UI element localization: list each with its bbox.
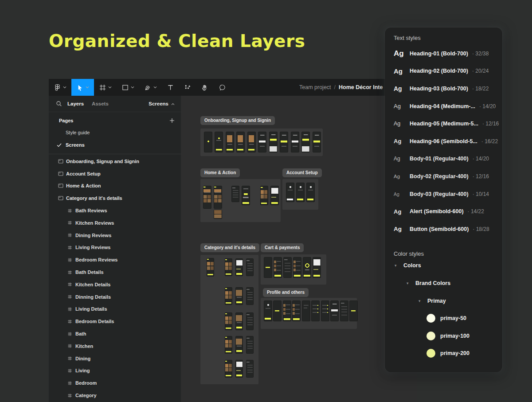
layer-row[interactable]: Category and it's details — [49, 192, 181, 204]
screen-thumbnail[interactable] — [306, 183, 315, 202]
screen-thumbnail[interactable] — [204, 132, 212, 152]
text-style-row[interactable]: AgHeading-01 (Bold-700)· 32/38 — [394, 45, 493, 62]
screen-thumbnail[interactable] — [270, 186, 279, 205]
screen-thumbnail[interactable] — [293, 257, 301, 278]
screen-thumbnail[interactable] — [286, 183, 294, 202]
screen-thumbnail[interactable] — [236, 132, 245, 152]
page-row-style-guide[interactable]: Style guide — [49, 126, 181, 139]
frame-tool[interactable] — [94, 79, 117, 96]
tab-assets[interactable]: Assets — [92, 101, 109, 106]
text-style-row[interactable]: AgHeading-05 (Medimum-5...· 12/16 — [394, 115, 493, 133]
screen-thumbnail[interactable] — [225, 258, 232, 276]
layer-row[interactable]: Dining — [49, 352, 181, 365]
layer-row[interactable]: Living Reviews — [49, 242, 181, 254]
screen-thumbnail[interactable] — [303, 257, 311, 278]
screen-thumbnail[interactable] — [313, 132, 321, 152]
screen-thumbnail[interactable] — [214, 186, 222, 209]
text-style-row[interactable]: AgHeading-02 (Bold-700)· 20/24 — [394, 62, 493, 80]
section-label-chip[interactable]: Account Setup — [282, 168, 322, 177]
layer-row[interactable]: Living — [49, 365, 181, 377]
screen-thumbnail[interactable] — [246, 336, 254, 354]
screen-thumbnail[interactable] — [207, 258, 214, 277]
breadcrumb-file[interactable]: Home Décor Inte — [339, 84, 383, 90]
text-style-row[interactable]: AgBody-03 (Regular-400)· 10/14 — [394, 185, 493, 203]
shape-tool[interactable] — [117, 79, 139, 96]
screen-thumbnail[interactable] — [260, 186, 268, 205]
screen-thumbnail[interactable] — [301, 132, 310, 152]
screen-thumbnail[interactable] — [340, 301, 348, 321]
move-tool[interactable] — [71, 79, 94, 96]
screen-thumbnail[interactable] — [273, 301, 282, 321]
screen-thumbnail[interactable] — [235, 312, 243, 330]
screens-dropdown[interactable]: Screens — [149, 101, 175, 106]
layer-row[interactable]: Home & Action — [49, 180, 181, 192]
hand-tool[interactable] — [196, 79, 214, 96]
swatch-row[interactable]: primay-50 — [394, 309, 493, 327]
section-label-chip[interactable]: Home & Action — [200, 168, 240, 177]
screen-thumbnail[interactable] — [313, 257, 321, 278]
screen-thumbnail[interactable] — [235, 258, 243, 276]
section-label-chip[interactable]: Category and it's details — [200, 243, 259, 252]
chevron-down-icon[interactable]: ▾ — [419, 299, 423, 303]
screen-thumbnail[interactable] — [225, 287, 232, 305]
color-tree-row[interactable]: ▾Primay — [394, 292, 493, 310]
text-style-row[interactable]: AgHeading-03 (Bold-700)· 18/22 — [394, 80, 493, 98]
main-menu[interactable] — [49, 79, 71, 96]
text-style-row[interactable]: AgBody-01 (Regular-400)· 14/20 — [394, 150, 493, 168]
screen-thumbnail[interactable] — [264, 257, 272, 278]
layer-row[interactable]: Bath Reviews — [49, 204, 181, 217]
screen-thumbnail[interactable] — [246, 360, 254, 378]
screen-thumbnail[interactable] — [269, 132, 278, 152]
screen-thumbnail[interactable] — [226, 132, 234, 152]
text-style-row[interactable]: AgHeading-06 (Semibold-5...· 16/22 — [394, 133, 493, 150]
screen-thumbnail[interactable] — [214, 210, 222, 219]
screen-thumbnail[interactable] — [242, 186, 250, 205]
screen-thumbnail[interactable] — [246, 258, 254, 276]
layer-row[interactable]: Kitchen Reviews — [49, 217, 181, 229]
layer-row[interactable]: Account Setup — [49, 168, 181, 180]
color-tree-row[interactable]: ▾Brand Colors — [394, 274, 493, 292]
screen-thumbnail[interactable] — [246, 312, 254, 330]
layer-row[interactable]: Bedroom — [49, 377, 181, 389]
swatch-row[interactable]: primay-100 — [394, 327, 493, 345]
screen-thumbnail[interactable] — [225, 312, 232, 330]
screen-thumbnail[interactable] — [235, 336, 243, 354]
screen-thumbnail[interactable] — [274, 257, 282, 278]
screen-thumbnail[interactable] — [264, 301, 272, 321]
screen-thumbnail[interactable] — [225, 360, 232, 378]
screen-thumbnail[interactable] — [292, 301, 301, 321]
layer-row[interactable]: Bath — [49, 328, 181, 340]
text-style-row[interactable]: AgAlert (Semibold-600)· 14/22 — [394, 203, 493, 220]
breadcrumb-project[interactable]: Team project — [299, 84, 331, 90]
page-row-screens[interactable]: Screens — [49, 139, 181, 151]
layer-row[interactable]: Bedroom Reviews — [49, 254, 181, 266]
search-icon[interactable] — [56, 101, 62, 107]
screen-thumbnail[interactable] — [225, 336, 232, 354]
screen-thumbnail[interactable] — [311, 301, 320, 321]
layer-row[interactable]: Category — [49, 389, 181, 402]
chevron-down-icon[interactable]: ▾ — [407, 281, 411, 285]
comment-tool[interactable] — [214, 79, 231, 96]
layer-row[interactable]: Bedroom Details — [49, 315, 181, 328]
chevron-down-icon[interactable]: ▾ — [395, 263, 399, 268]
screen-thumbnail[interactable] — [231, 186, 239, 202]
screen-thumbnail[interactable] — [203, 186, 211, 209]
tab-layers[interactable]: Layers — [67, 101, 84, 106]
screen-thumbnail[interactable] — [258, 132, 266, 152]
layer-row[interactable]: Dinning Details — [49, 291, 181, 303]
color-tree-row[interactable]: ▾Colors — [394, 257, 493, 275]
screen-thumbnail[interactable] — [302, 301, 310, 321]
text-style-row[interactable]: AgHeading-04 (Medimum-...· 14/20 — [394, 98, 493, 115]
text-tool[interactable] — [162, 79, 179, 96]
pen-tool[interactable] — [139, 79, 162, 96]
screen-thumbnail[interactable] — [296, 183, 305, 202]
screen-thumbnail[interactable] — [321, 301, 329, 321]
layer-row[interactable]: Dining Reviews — [49, 229, 181, 242]
section-label-chip[interactable]: Cart & payments — [261, 243, 304, 252]
layer-row[interactable]: Kitchen — [49, 340, 181, 352]
screen-thumbnail[interactable] — [280, 132, 288, 152]
screen-thumbnail[interactable] — [235, 287, 243, 305]
screen-thumbnail[interactable] — [291, 132, 299, 152]
swatch-row[interactable]: primay-200 — [394, 345, 493, 363]
screen-thumbnail[interactable] — [283, 257, 292, 278]
